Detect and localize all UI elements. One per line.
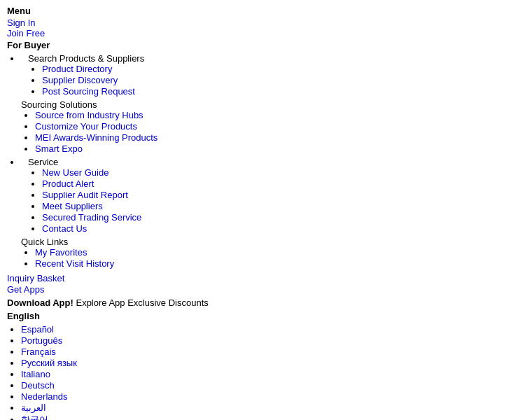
my-favorites-link[interactable]: My Favorites — [35, 247, 87, 258]
source-industry-hubs-link[interactable]: Source from Industry Hubs — [35, 110, 144, 120]
quick-links-list: My Favorites Recent Visit History — [35, 247, 525, 269]
lang-espanol[interactable]: Español — [21, 324, 54, 335]
meet-suppliers-link[interactable]: Meet Suppliers — [42, 201, 103, 211]
lang-arabic[interactable]: العربية — [21, 402, 46, 413]
lang-nederlands[interactable]: Nederlands — [21, 391, 68, 402]
sign-in-link[interactable]: Sign In — [7, 18, 525, 28]
product-directory-link[interactable]: Product Directory — [42, 64, 112, 74]
list-item: Русский язык — [21, 358, 525, 368]
bottom-links-section: Inquiry Basket Get Apps — [7, 273, 525, 295]
smart-expo-link[interactable]: Smart Expo — [35, 144, 83, 154]
download-section: Download App! Explore App Exclusive Disc… — [7, 298, 525, 308]
list-item: Recent Visit History — [35, 258, 525, 269]
list-item: Supplier Discovery — [42, 75, 525, 85]
lang-russian[interactable]: Русский язык — [21, 358, 77, 368]
list-item: Deutsch — [21, 380, 525, 391]
list-item: Product Directory — [42, 64, 525, 74]
lang-korean[interactable]: 한국어 — [21, 414, 48, 420]
list-item: Post Sourcing Request — [42, 86, 525, 97]
download-app-title: Download App! — [7, 298, 74, 308]
join-free-link[interactable]: Join Free — [7, 28, 525, 38]
get-apps-link[interactable]: Get Apps — [7, 284, 525, 295]
search-products-suppliers-label: Search Products & Suppliers — [28, 53, 144, 64]
new-user-guide-link[interactable]: New User Guide — [42, 167, 108, 178]
list-item: العربية — [21, 402, 525, 413]
supplier-audit-link[interactable]: Supplier Audit Report — [42, 190, 128, 200]
list-item: Customize Your Products — [35, 121, 525, 132]
secured-trading-link[interactable]: Secured Trading Service — [42, 212, 141, 223]
list-item: Español — [21, 324, 525, 335]
list-item: My Favorites — [35, 247, 525, 258]
list-item: Supplier Audit Report — [42, 190, 525, 200]
lang-deutsch[interactable]: Deutsch — [21, 380, 55, 391]
sourcing-solutions-label: Sourcing Solutions — [21, 99, 525, 110]
list-item: Source from Industry Hubs — [35, 110, 525, 120]
quick-links-label: Quick Links — [21, 237, 525, 247]
sourcing-solutions-links: Source from Industry Hubs Customize Your… — [35, 110, 525, 154]
mei-awards-link[interactable]: MEI Awards-Winning Products — [35, 132, 158, 143]
list-item: MEI Awards-Winning Products — [35, 132, 525, 143]
lang-francais[interactable]: Français — [21, 346, 56, 357]
list-item: 한국어 — [21, 414, 525, 420]
language-list: Español Português Français Русский язык … — [21, 324, 525, 420]
search-products-suppliers-item: Search Products & Suppliers Product Dire… — [21, 53, 525, 97]
product-alert-link[interactable]: Product Alert — [42, 178, 94, 189]
list-item: Nederlands — [21, 391, 525, 402]
recent-visit-link[interactable]: Recent Visit History — [35, 258, 114, 269]
explore-app-text: Explore App Exclusive Discounts — [76, 298, 208, 308]
auth-links: Sign In Join Free — [7, 18, 525, 38]
menu-title: Menu — [7, 6, 525, 16]
lang-italiano[interactable]: Italiano — [21, 369, 50, 379]
list-item: Product Alert — [42, 178, 525, 189]
english-label: English — [7, 311, 525, 321]
list-item: Secured Trading Service — [42, 212, 525, 223]
list-item: Smart Expo — [35, 144, 525, 154]
list-item: Contact Us — [42, 223, 525, 234]
service-item: Service New User Guide Product Alert Sup… — [21, 157, 525, 234]
lang-portugues[interactable]: Português — [21, 335, 62, 346]
list-item: Português — [21, 335, 525, 346]
service-links: New User Guide Product Alert Supplier Au… — [42, 167, 525, 234]
supplier-discovery-link[interactable]: Supplier Discovery — [42, 75, 118, 85]
list-item: New User Guide — [42, 167, 525, 178]
inquiry-basket-link[interactable]: Inquiry Basket — [7, 273, 525, 284]
service-label: Service — [28, 157, 58, 167]
list-item: Italiano — [21, 369, 525, 379]
customize-products-link[interactable]: Customize Your Products — [35, 121, 137, 132]
search-products-links: Product Directory Supplier Discovery Pos… — [42, 64, 525, 97]
list-item: Français — [21, 346, 525, 357]
list-item: Meet Suppliers — [42, 201, 525, 211]
main-nav-section: Search Products & Suppliers Product Dire… — [14, 53, 525, 269]
for-buyer-label: For Buyer — [7, 40, 525, 50]
post-sourcing-link[interactable]: Post Sourcing Request — [42, 86, 135, 97]
contact-us-link[interactable]: Contact Us — [42, 223, 87, 234]
